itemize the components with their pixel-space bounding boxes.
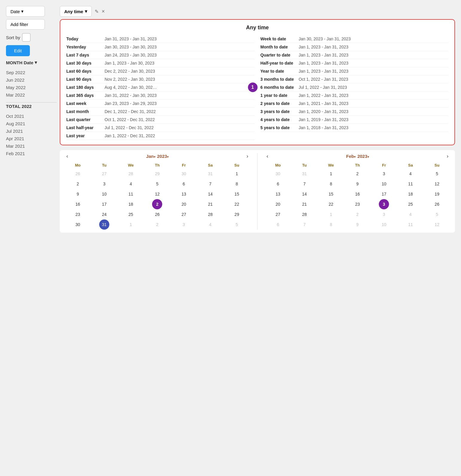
cal-day-cell[interactable]: 30 [73, 219, 83, 230]
cal-day-cell[interactable]: 5 [432, 169, 442, 179]
cal-day-cell[interactable]: 21 [205, 199, 215, 209]
preset-left-row[interactable]: Last 90 daysNov 2, 2022 - Jan 30, 2023 [66, 75, 255, 83]
preset-right-row[interactable]: 1 year to dateJan 1, 2022 - Jan 31, 2023 [261, 91, 449, 100]
cal-day-cell[interactable]: 2 [152, 199, 162, 209]
preset-right-row[interactable]: 2 years to dateJan 1, 2021 - Jan 31, 202… [261, 100, 449, 108]
cal-day-cell[interactable]: 28 [205, 209, 215, 219]
cal-day-cell[interactable]: 3 [179, 219, 189, 230]
cal-day-cell[interactable]: 31 [99, 219, 109, 230]
cal-day-cell[interactable]: 4 [405, 209, 416, 219]
jan-next-button[interactable]: › [245, 153, 250, 159]
cal-day-cell[interactable]: 30 [179, 169, 189, 179]
cal-day-cell[interactable]: 2 [352, 169, 362, 179]
cal-day-cell[interactable]: 27 [273, 209, 283, 219]
cal-day-cell[interactable]: 10 [99, 189, 109, 199]
cal-day-cell[interactable]: 7 [299, 219, 310, 230]
cal-day-cell[interactable]: 27 [179, 209, 189, 219]
cal-day-cell[interactable]: 22 [232, 199, 242, 209]
cal-day-cell[interactable]: 6 [273, 179, 283, 189]
cal-day-cell[interactable]: 28 [126, 169, 136, 179]
cal-day-cell[interactable]: 15 [326, 189, 336, 199]
cal-day-cell[interactable]: 10 [379, 179, 389, 189]
cal-day-cell[interactable]: 15 [232, 189, 242, 199]
sidebar-month-item[interactable]: Mar 2022 [6, 91, 57, 99]
preset-left-row[interactable]: TodayJan 31, 2023 - Jan 31, 2023 [66, 35, 255, 43]
cal-day-cell[interactable]: 2 [352, 209, 362, 219]
cal-day-cell[interactable]: 1 [326, 209, 336, 219]
cal-day-cell[interactable]: 30 [273, 169, 283, 179]
preset-left-row[interactable]: Last 365 daysJan 31, 2022 - Jan 30, 2023 [66, 91, 255, 100]
cal-day-cell[interactable]: 22 [326, 199, 336, 209]
cal-day-cell[interactable]: 29 [232, 209, 242, 219]
preset-left-row[interactable]: YesterdayJan 30, 2023 - Jan 30, 2023 [66, 43, 255, 51]
preset-left-row[interactable]: Last half-yearJul 1, 2022 - Dec 31, 2022 [66, 124, 255, 132]
cal-day-cell[interactable]: 17 [99, 199, 109, 209]
add-filter-button[interactable]: Add filter [6, 19, 45, 30]
cal-day-cell[interactable]: 26 [432, 199, 442, 209]
cal-day-cell[interactable]: 8 [326, 219, 336, 230]
preset-left-row[interactable]: Last 30 daysJan 1, 2023 - Jan 30, 2023 [66, 59, 255, 67]
preset-left-row[interactable]: Last quarterOct 1, 2022 - Dec 31, 2022 [66, 116, 255, 124]
close-icon[interactable]: × [102, 8, 105, 15]
cal-day-cell[interactable]: 14 [299, 189, 310, 199]
cal-day-cell[interactable]: 12 [432, 179, 442, 189]
cal-day-cell[interactable]: 11 [405, 219, 416, 230]
cal-day-cell[interactable]: 4 [405, 169, 416, 179]
cal-day-cell[interactable]: 1 [232, 169, 242, 179]
cal-day-cell[interactable]: 8 [232, 179, 242, 189]
cal-day-cell[interactable]: 13 [179, 189, 189, 199]
preset-right-row[interactable]: 5 years to dateJan 1, 2018 - Jan 31, 202… [261, 124, 449, 132]
sidebar-month-item[interactable]: Jun 2022 [6, 76, 57, 84]
cal-day-cell[interactable]: 29 [152, 169, 162, 179]
sidebar-month-item[interactable]: Apr 2021 [6, 135, 57, 142]
cal-day-cell[interactable]: 24 [99, 209, 109, 219]
sidebar-month-item[interactable]: Sep 2022 [6, 69, 57, 76]
feb-year-label[interactable]: 2023▾ [357, 154, 369, 159]
cal-day-cell[interactable]: 5 [232, 219, 242, 230]
cal-day-cell[interactable]: 7 [299, 179, 310, 189]
sidebar-month-item[interactable]: Jul 2021 [6, 127, 57, 135]
cal-day-cell[interactable]: 21 [299, 199, 310, 209]
preset-right-row[interactable]: Year to dateJan 1, 2023 - Jan 31, 2023 [261, 67, 449, 75]
cal-day-cell[interactable]: 5 [432, 209, 442, 219]
cal-day-cell[interactable]: 23 [73, 209, 83, 219]
preset-left-row[interactable]: Last 7 daysJan 24, 2023 - Jan 30, 2023 [66, 51, 255, 59]
sidebar-month-item[interactable]: May 2022 [6, 84, 57, 91]
cal-day-cell[interactable]: 1 [326, 169, 336, 179]
sidebar-month-item[interactable]: Mar 2021 [6, 142, 57, 150]
month-date-header[interactable]: MONTH Date ▾ [6, 59, 57, 66]
preset-right-row[interactable]: Month to dateJan 1, 2023 - Jan 31, 2023 [261, 43, 449, 51]
preset-right-row[interactable]: 6 months to dateJul 1, 2022 - Jan 31, 20… [261, 83, 449, 91]
sort-by-box[interactable] [22, 33, 30, 42]
cal-day-cell[interactable]: 20 [179, 199, 189, 209]
jan-prev-button[interactable]: ‹ [65, 153, 70, 159]
cal-day-cell[interactable]: 2 [152, 219, 162, 230]
cal-day-cell[interactable]: 25 [126, 209, 136, 219]
preset-right-row[interactable]: Week to dateJan 30, 2023 - Jan 31, 2023 [261, 35, 449, 43]
sidebar-month-item[interactable]: Oct 2021 [6, 112, 57, 120]
preset-left-row[interactable]: Last 180 daysAug 4, 2022 - Jan 30, 202…1 [66, 83, 255, 91]
cal-day-cell[interactable]: 31 [205, 169, 215, 179]
cal-day-cell[interactable]: 27 [99, 169, 109, 179]
cal-day-cell[interactable]: 12 [432, 219, 442, 230]
cal-day-cell[interactable]: 17 [379, 189, 389, 199]
cal-day-cell[interactable]: 11 [126, 189, 136, 199]
cal-day-cell[interactable]: 5 [152, 179, 162, 189]
feb-month-label[interactable]: Feb▾ [346, 154, 356, 159]
cal-day-cell[interactable]: 1 [126, 219, 136, 230]
cal-day-cell[interactable]: 4 [205, 219, 215, 230]
cal-day-cell[interactable]: 16 [73, 199, 83, 209]
preset-left-row[interactable]: Last 60 daysDec 2, 2022 - Jan 30, 2023 [66, 67, 255, 75]
cal-day-cell[interactable]: 3 [379, 209, 389, 219]
preset-right-row[interactable]: Quarter to dateJan 1, 2023 - Jan 31, 202… [261, 51, 449, 59]
preset-right-row[interactable]: 3 months to dateOct 1, 2022 - Jan 31, 20… [261, 75, 449, 83]
cal-day-cell[interactable]: 26 [152, 209, 162, 219]
cal-day-cell[interactable]: 18 [405, 189, 416, 199]
sidebar-month-item[interactable]: Aug 2021 [6, 120, 57, 127]
cal-day-cell[interactable]: 3 [379, 169, 389, 179]
cal-day-cell[interactable]: 23 [352, 199, 362, 209]
feb-prev-button[interactable]: ‹ [265, 153, 270, 159]
cal-day-cell[interactable]: 25 [405, 199, 416, 209]
cal-day-cell[interactable]: 19 [432, 189, 442, 199]
cal-day-cell[interactable]: 10 [379, 219, 389, 230]
